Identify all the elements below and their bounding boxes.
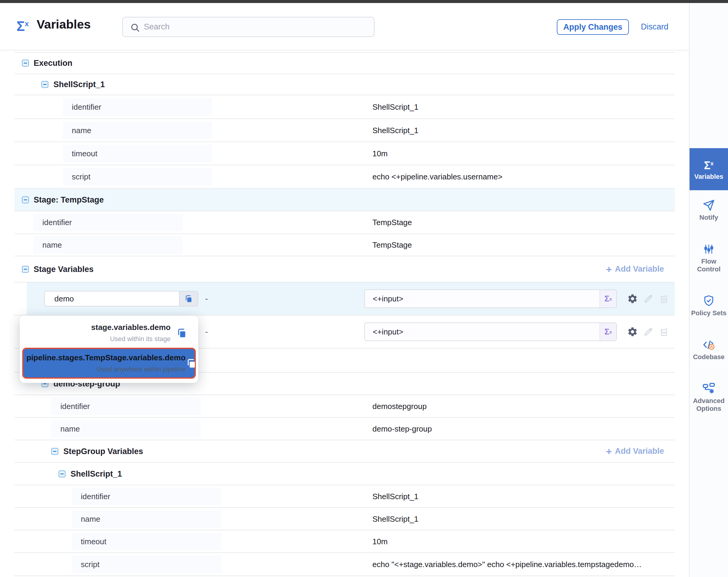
sigma-x-logo-icon: Σx (17, 18, 29, 34)
trash-icon[interactable] (659, 327, 669, 337)
table-row: Stage Variables+Add Variable (15, 256, 675, 282)
field-value: demo-step-group (372, 424, 432, 433)
expression-toggle-icon[interactable]: Σx (599, 290, 616, 307)
field-value: ShellScript_1 (372, 492, 418, 501)
apply-changes-button[interactable]: Apply Changes (557, 19, 629, 35)
paper-plane-icon (702, 199, 716, 212)
group-label: ShellScript_1 (71, 469, 122, 478)
table-row: scriptecho "<+stage.variables.demo>" ech… (15, 552, 675, 576)
table-row: StepGroup Variables+Add Variable (15, 440, 675, 462)
field-label-box: name (72, 510, 222, 528)
sidebar-item-flow-control[interactable]: Flow Control (690, 243, 728, 273)
trash-icon[interactable] (659, 294, 669, 304)
table-row (15, 576, 675, 577)
sidebar-item-policy-sets[interactable]: Policy Sets (690, 294, 728, 317)
popover-item-stage-scope[interactable]: stage.variables.demo Used within its sta… (22, 319, 196, 346)
plus-icon: + (606, 446, 612, 456)
field-value: TempStage (372, 241, 412, 250)
sidebar-item-label: Notify (691, 214, 727, 222)
pencil-icon[interactable] (643, 294, 653, 304)
variable-path-text: stage.variables.demo (25, 323, 171, 332)
search-icon (130, 23, 140, 33)
table-row: Execution (15, 52, 675, 74)
gear-icon[interactable] (627, 326, 638, 337)
variable-scope-text: Used anywhere within pipeline (26, 366, 186, 373)
required-value: - (205, 327, 208, 336)
popover-item-pipeline-scope-selected[interactable]: pipeline.stages.TempStage.variables.demo… (22, 348, 196, 379)
sidebar-item-codebase[interactable]: Codebase (690, 338, 728, 361)
field-label: identifier (72, 488, 222, 505)
copy-icon[interactable] (171, 327, 193, 339)
sidebar-item-label: Policy Sets (691, 309, 727, 317)
gear-icon[interactable] (627, 293, 638, 304)
table-row: ShellScript_1 (15, 74, 675, 95)
flow-gear-icon (702, 382, 716, 395)
field-label: identifier (51, 398, 201, 415)
search-box[interactable] (122, 17, 374, 37)
plus-icon: + (606, 264, 612, 274)
variable-value-input[interactable]: <+input>Σx (364, 290, 617, 308)
field-label: timeout (63, 145, 212, 162)
field-label: name (33, 236, 183, 254)
field-value: ShellScript_1 (372, 102, 418, 111)
field-label: identifier (63, 98, 212, 116)
table-row: scriptecho <+pipeline.variables.username… (15, 165, 675, 188)
field-value: TempStage (372, 218, 412, 227)
collapse-icon[interactable] (51, 448, 58, 455)
field-label-box: identifier (72, 488, 222, 505)
window-top-bar (0, 0, 728, 3)
field-label: identifier (33, 214, 183, 231)
field-value: ShellScript_1 (372, 126, 418, 135)
field-value: 10m (372, 149, 388, 158)
variable-name-group: demo (44, 291, 198, 306)
field-label-box: timeout (72, 533, 222, 550)
copy-icon[interactable] (186, 358, 197, 369)
variables-table: ExecutionShellScript_1identifierShellScr… (15, 52, 675, 577)
sidebar-item-label: Variables (691, 173, 727, 181)
field-label-box: identifier (51, 398, 201, 415)
collapse-icon[interactable] (22, 196, 29, 203)
group-label: Stage: TempStage (34, 195, 104, 204)
search-input[interactable] (143, 18, 368, 36)
sidebar-item-notify[interactable]: Notify (690, 199, 728, 222)
page-title: Variables (37, 18, 91, 31)
field-label-box: timeout (63, 145, 212, 162)
field-value: ShellScript_1 (372, 514, 418, 524)
sidebar-item-variables[interactable]: ΣxVariables (690, 148, 728, 190)
add-variable-label: Add Variable (615, 265, 664, 274)
variable-path-text: pipeline.stages.TempStage.variables.demo (26, 353, 186, 362)
group-label: Stage Variables (34, 265, 94, 274)
shield-check-icon (702, 294, 715, 307)
right-icon-sidebar: ΣxVariablesNotifyFlow ControlPolicy Sets… (689, 3, 728, 577)
expression-toggle-icon[interactable]: Σx (599, 323, 616, 341)
collapse-icon[interactable] (58, 470, 66, 477)
variable-name-input[interactable]: demo (44, 291, 179, 306)
field-label: script (63, 168, 212, 185)
field-value: 10m (372, 537, 388, 546)
collapse-icon[interactable] (22, 266, 29, 273)
discard-button[interactable]: Discard (641, 22, 669, 31)
collapse-icon[interactable] (22, 60, 29, 67)
field-label: name (51, 420, 201, 437)
add-variable-button[interactable]: +Add Variable (606, 264, 664, 274)
table-row: demo-<+input>Σx (15, 282, 675, 315)
row-actions (627, 293, 669, 304)
collapse-icon[interactable] (42, 81, 48, 88)
sidebar-item-label: Codebase (691, 353, 727, 361)
variable-value-text: <+input> (365, 323, 599, 341)
copy-variable-button[interactable] (179, 291, 198, 306)
pencil-icon[interactable] (643, 327, 653, 337)
sidebar-item-label: Advanced Options (691, 397, 727, 412)
variables-panel: Σx Variables Apply Changes Discard Execu… (0, 3, 689, 577)
sidebar-item-label: Flow Control (691, 257, 727, 273)
variable-scope-text: Used within its stage (25, 335, 171, 343)
table-row: Stage: TempStage (15, 188, 675, 211)
field-label-box: name (33, 236, 183, 254)
field-label-box: name (63, 122, 212, 139)
variable-value-input[interactable]: <+input>Σx (364, 323, 617, 341)
group-label: StepGroup Variables (63, 447, 143, 456)
panel-header: Σx Variables Apply Changes Discard (0, 3, 689, 50)
field-label-box: script (72, 556, 222, 573)
sidebar-item-advanced-options[interactable]: Advanced Options (690, 382, 728, 412)
add-variable-button[interactable]: +Add Variable (606, 446, 664, 456)
